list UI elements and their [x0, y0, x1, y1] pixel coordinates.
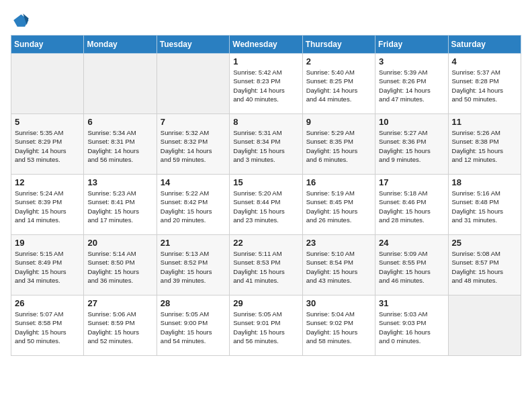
day-number: 3 [379, 56, 444, 66]
calendar-cell: 13Sunrise: 5:23 AM Sunset: 8:41 PM Dayli… [84, 175, 157, 235]
calendar-body: 1Sunrise: 5:42 AM Sunset: 8:23 PM Daylig… [11, 54, 521, 356]
day-number: 29 [233, 298, 298, 308]
calendar-cell: 23Sunrise: 5:10 AM Sunset: 8:54 PM Dayli… [302, 235, 375, 295]
day-number: 31 [379, 298, 444, 308]
day-info: Sunrise: 5:23 AM Sunset: 8:41 PM Dayligh… [87, 189, 152, 224]
calendar-cell: 7Sunrise: 5:32 AM Sunset: 8:32 PM Daylig… [157, 114, 229, 175]
calendar-cell: 28Sunrise: 5:05 AM Sunset: 9:00 PM Dayli… [157, 295, 229, 356]
calendar-cell: 10Sunrise: 5:27 AM Sunset: 8:36 PM Dayli… [375, 114, 448, 175]
day-number: 1 [233, 56, 298, 66]
calendar-cell: 30Sunrise: 5:04 AM Sunset: 9:02 PM Dayli… [302, 295, 375, 356]
col-header-friday: Friday [375, 36, 448, 54]
day-info: Sunrise: 5:15 AM Sunset: 8:49 PM Dayligh… [15, 249, 80, 285]
calendar-cell: 11Sunrise: 5:26 AM Sunset: 8:38 PM Dayli… [448, 114, 521, 175]
calendar-cell: 16Sunrise: 5:19 AM Sunset: 8:45 PM Dayli… [302, 175, 375, 235]
day-number: 6 [87, 117, 152, 127]
calendar-cell: 6Sunrise: 5:34 AM Sunset: 8:31 PM Daylig… [84, 114, 157, 175]
calendar-cell: 5Sunrise: 5:35 AM Sunset: 8:29 PM Daylig… [11, 114, 84, 175]
day-number: 16 [306, 177, 371, 187]
col-header-thursday: Thursday [302, 36, 375, 54]
day-info: Sunrise: 5:07 AM Sunset: 8:58 PM Dayligh… [15, 310, 80, 345]
day-info: Sunrise: 5:19 AM Sunset: 8:45 PM Dayligh… [306, 189, 371, 224]
calendar-header: SundayMondayTuesdayWednesdayThursdayFrid… [11, 36, 521, 54]
day-info: Sunrise: 5:09 AM Sunset: 8:55 PM Dayligh… [379, 249, 444, 285]
day-number: 14 [161, 177, 226, 187]
day-number: 21 [161, 238, 226, 248]
calendar-cell: 2Sunrise: 5:40 AM Sunset: 8:25 PM Daylig… [302, 54, 375, 114]
day-info: Sunrise: 5:31 AM Sunset: 8:34 PM Dayligh… [233, 128, 298, 164]
day-info: Sunrise: 5:27 AM Sunset: 8:36 PM Dayligh… [379, 128, 444, 164]
week-row-3: 12Sunrise: 5:24 AM Sunset: 8:39 PM Dayli… [11, 175, 521, 235]
day-info: Sunrise: 5:20 AM Sunset: 8:44 PM Dayligh… [233, 189, 298, 224]
calendar-cell: 18Sunrise: 5:16 AM Sunset: 8:48 PM Dayli… [448, 175, 521, 235]
day-number: 24 [379, 238, 444, 248]
day-number: 25 [452, 238, 517, 248]
col-header-wednesday: Wednesday [230, 36, 302, 54]
calendar-cell: 20Sunrise: 5:14 AM Sunset: 8:50 PM Dayli… [84, 235, 157, 295]
calendar-cell: 9Sunrise: 5:29 AM Sunset: 8:35 PM Daylig… [302, 114, 375, 175]
col-header-sunday: Sunday [11, 36, 84, 54]
day-info: Sunrise: 5:24 AM Sunset: 8:39 PM Dayligh… [15, 189, 80, 224]
day-info: Sunrise: 5:05 AM Sunset: 9:01 PM Dayligh… [233, 310, 298, 345]
calendar-cell: 15Sunrise: 5:20 AM Sunset: 8:44 PM Dayli… [230, 175, 302, 235]
day-info: Sunrise: 5:03 AM Sunset: 9:03 PM Dayligh… [379, 310, 444, 345]
day-info: Sunrise: 5:05 AM Sunset: 9:00 PM Dayligh… [161, 310, 226, 345]
day-number: 8 [233, 117, 298, 127]
col-header-tuesday: Tuesday [157, 36, 229, 54]
day-info: Sunrise: 5:39 AM Sunset: 8:26 PM Dayligh… [379, 68, 444, 103]
calendar-cell [157, 54, 229, 114]
calendar-cell: 12Sunrise: 5:24 AM Sunset: 8:39 PM Dayli… [11, 175, 84, 235]
day-info: Sunrise: 5:37 AM Sunset: 8:28 PM Dayligh… [452, 68, 517, 103]
calendar-cell: 21Sunrise: 5:13 AM Sunset: 8:52 PM Dayli… [157, 235, 229, 295]
calendar-cell: 31Sunrise: 5:03 AM Sunset: 9:03 PM Dayli… [375, 295, 448, 356]
day-info: Sunrise: 5:34 AM Sunset: 8:31 PM Dayligh… [87, 128, 152, 164]
week-row-4: 19Sunrise: 5:15 AM Sunset: 8:49 PM Dayli… [11, 235, 521, 295]
header-row: SundayMondayTuesdayWednesdayThursdayFrid… [11, 36, 521, 54]
calendar-cell: 3Sunrise: 5:39 AM Sunset: 8:26 PM Daylig… [375, 54, 448, 114]
page-header [11, 11, 521, 30]
day-info: Sunrise: 5:10 AM Sunset: 8:54 PM Dayligh… [306, 249, 371, 285]
day-info: Sunrise: 5:42 AM Sunset: 8:23 PM Dayligh… [233, 68, 298, 103]
day-info: Sunrise: 5:06 AM Sunset: 8:59 PM Dayligh… [87, 310, 152, 345]
calendar-cell: 27Sunrise: 5:06 AM Sunset: 8:59 PM Dayli… [84, 295, 157, 356]
day-info: Sunrise: 5:26 AM Sunset: 8:38 PM Dayligh… [452, 128, 517, 164]
day-number: 28 [161, 298, 226, 308]
calendar-cell: 8Sunrise: 5:31 AM Sunset: 8:34 PM Daylig… [230, 114, 302, 175]
week-row-2: 5Sunrise: 5:35 AM Sunset: 8:29 PM Daylig… [11, 114, 521, 175]
calendar-cell [11, 54, 84, 114]
day-number: 4 [452, 56, 517, 66]
day-info: Sunrise: 5:08 AM Sunset: 8:57 PM Dayligh… [452, 249, 517, 285]
calendar-cell [448, 295, 521, 356]
logo [11, 11, 32, 30]
calendar-cell: 26Sunrise: 5:07 AM Sunset: 8:58 PM Dayli… [11, 295, 84, 356]
calendar-cell: 24Sunrise: 5:09 AM Sunset: 8:55 PM Dayli… [375, 235, 448, 295]
week-row-1: 1Sunrise: 5:42 AM Sunset: 8:23 PM Daylig… [11, 54, 521, 114]
calendar-cell: 19Sunrise: 5:15 AM Sunset: 8:49 PM Dayli… [11, 235, 84, 295]
day-info: Sunrise: 5:40 AM Sunset: 8:25 PM Dayligh… [306, 68, 371, 103]
day-number: 20 [87, 238, 152, 248]
day-info: Sunrise: 5:04 AM Sunset: 9:02 PM Dayligh… [306, 310, 371, 345]
day-number: 30 [306, 298, 371, 308]
day-info: Sunrise: 5:29 AM Sunset: 8:35 PM Dayligh… [306, 128, 371, 164]
day-number: 9 [306, 117, 371, 127]
day-number: 11 [452, 117, 517, 127]
col-header-monday: Monday [84, 36, 157, 54]
logo-icon [11, 11, 30, 30]
col-header-saturday: Saturday [448, 36, 521, 54]
calendar-cell: 1Sunrise: 5:42 AM Sunset: 8:23 PM Daylig… [230, 54, 302, 114]
day-number: 17 [379, 177, 444, 187]
day-number: 5 [15, 117, 80, 127]
day-number: 26 [15, 298, 80, 308]
week-row-5: 26Sunrise: 5:07 AM Sunset: 8:58 PM Dayli… [11, 295, 521, 356]
day-number: 22 [233, 238, 298, 248]
day-number: 27 [87, 298, 152, 308]
day-info: Sunrise: 5:14 AM Sunset: 8:50 PM Dayligh… [87, 249, 152, 285]
calendar-cell: 22Sunrise: 5:11 AM Sunset: 8:53 PM Dayli… [230, 235, 302, 295]
calendar-cell: 17Sunrise: 5:18 AM Sunset: 8:46 PM Dayli… [375, 175, 448, 235]
calendar-cell [84, 54, 157, 114]
day-info: Sunrise: 5:11 AM Sunset: 8:53 PM Dayligh… [233, 249, 298, 285]
day-info: Sunrise: 5:35 AM Sunset: 8:29 PM Dayligh… [15, 128, 80, 164]
day-info: Sunrise: 5:16 AM Sunset: 8:48 PM Dayligh… [452, 189, 517, 224]
day-number: 13 [87, 177, 152, 187]
day-number: 2 [306, 56, 371, 66]
